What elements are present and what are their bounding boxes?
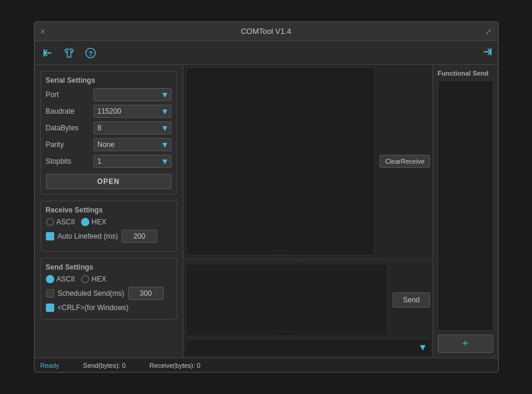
send-input-field[interactable] <box>188 343 416 352</box>
scheduled-send-checkbox[interactable] <box>46 289 54 298</box>
serial-settings-title: Serial Settings <box>46 76 172 85</box>
receive-bytes-label: Receive(bytes): <box>150 362 195 369</box>
send-hex-option[interactable]: HEX <box>81 275 107 283</box>
nav-right-icon <box>481 46 493 58</box>
receive-dots: ...... <box>272 246 289 252</box>
send-encoding-row: ASCII HEX <box>46 275 172 283</box>
parity-row: Parity None Even Odd ▼ <box>46 138 172 151</box>
scheduled-send-input[interactable] <box>128 287 164 300</box>
svg-text:?: ? <box>88 50 92 57</box>
input-bar: ▼ <box>186 339 430 355</box>
serial-settings-section: Serial Settings Port ▼ Baudrate 115200 <box>41 71 177 195</box>
send-textarea[interactable]: ...... <box>186 264 388 336</box>
port-select[interactable] <box>94 88 172 101</box>
receive-encoding-row: ASCII HEX <box>46 218 172 226</box>
receive-settings-section: Receive Settings ASCII HEX Auto Linefeed… <box>41 201 177 252</box>
receive-ascii-radio[interactable] <box>46 218 54 226</box>
receive-bytes-status: Receive(bytes): 0 <box>150 362 201 369</box>
port-row: Port ▼ <box>46 88 172 101</box>
shirt-icon <box>63 47 75 59</box>
help-icon: ? <box>85 47 97 59</box>
nav-right-button[interactable] <box>481 46 493 60</box>
send-ascii-radio[interactable] <box>46 275 54 283</box>
receive-settings-title: Receive Settings <box>46 206 172 214</box>
titlebar: × COMTool V1.4 ⤢ <box>35 22 498 41</box>
stopbits-select[interactable]: 1 2 <box>94 155 172 168</box>
auto-linefeed-input[interactable]: 200 <box>122 230 157 243</box>
databytes-select-wrapper[interactable]: 8 7 ▼ <box>94 121 172 135</box>
shirt-button[interactable] <box>61 45 77 61</box>
receive-bytes-value: 0 <box>197 362 200 369</box>
send-bytes-status: Send(bytes): 0 <box>83 362 126 369</box>
auto-linefeed-label: Auto Linefeed (ms) <box>58 232 118 240</box>
port-label: Port <box>46 90 94 99</box>
auto-linefeed-checkbox[interactable] <box>46 232 54 240</box>
add-functional-button[interactable]: + <box>438 334 493 353</box>
left-panel: Serial Settings Port ▼ Baudrate 115200 <box>35 65 183 358</box>
toolbar: ? <box>35 41 498 65</box>
receive-actions: ClearReceive <box>377 65 432 258</box>
status-ready: Ready <box>41 362 60 369</box>
crlf-label: <CRLF>(for Windows) <box>58 304 129 312</box>
nav-left-icon <box>42 47 54 59</box>
close-button[interactable]: × <box>41 27 45 36</box>
databytes-row: DataBytes 8 7 ▼ <box>46 121 172 135</box>
nav-left-button[interactable] <box>39 45 56 61</box>
baudrate-select[interactable]: 115200 9600 57600 <box>94 105 172 118</box>
expand-button[interactable]: ⤢ <box>485 27 492 36</box>
parity-select-wrapper[interactable]: None Even Odd ▼ <box>94 138 172 151</box>
receive-hex-radio[interactable] <box>81 218 89 226</box>
send-ascii-label: ASCII <box>57 275 75 283</box>
port-select-wrapper[interactable]: ▼ <box>94 88 172 101</box>
baudrate-label: Baudrate <box>46 107 94 115</box>
send-actions: Send <box>390 261 432 339</box>
send-settings-section: Send Settings ASCII HEX Scheduled Send(m… <box>41 258 177 320</box>
open-button[interactable]: OPEN <box>46 174 172 189</box>
right-panel: Functional Send + <box>433 65 498 358</box>
send-dots: ...... <box>278 327 295 333</box>
input-dropdown-arrow[interactable]: ▼ <box>418 342 428 353</box>
functional-title: Functional Send <box>438 70 493 77</box>
send-hex-label: HEX <box>92 275 107 283</box>
scheduled-send-label: Scheduled Send(ms) <box>58 289 125 298</box>
send-section: ...... Send <box>183 261 433 339</box>
main-area: Serial Settings Port ▼ Baudrate 115200 <box>35 65 498 358</box>
databytes-select[interactable]: 8 7 <box>94 121 172 135</box>
center-panel: ...... ClearReceive ...... ...... Send <box>183 65 433 358</box>
baudrate-select-wrapper[interactable]: 115200 9600 57600 ▼ <box>94 105 172 118</box>
help-button[interactable]: ? <box>82 45 99 61</box>
receive-section: ...... ClearReceive <box>183 65 433 258</box>
auto-linefeed-row: Auto Linefeed (ms) 200 <box>46 230 172 243</box>
app-window: × COMTool V1.4 ⤢ ? <box>34 21 499 373</box>
stopbits-row: Stopbits 1 2 ▼ <box>46 155 172 168</box>
crlf-checkbox[interactable] <box>46 304 54 312</box>
baudrate-row: Baudrate 115200 9600 57600 ▼ <box>46 105 172 118</box>
stopbits-select-wrapper[interactable]: 1 2 ▼ <box>94 155 172 168</box>
clear-receive-button[interactable]: ClearReceive <box>379 155 430 168</box>
databytes-label: DataBytes <box>46 124 94 132</box>
receive-ascii-option[interactable]: ASCII <box>46 218 75 226</box>
functional-content-area <box>438 80 493 331</box>
receive-hex-label: HEX <box>92 218 107 226</box>
send-bytes-label: Send(bytes): <box>83 362 120 369</box>
parity-select[interactable]: None Even Odd <box>94 138 172 151</box>
receive-hex-option[interactable]: HEX <box>81 218 107 226</box>
crlf-row: <CRLF>(for Windows) <box>46 304 172 312</box>
send-bytes-value: 0 <box>122 362 126 369</box>
stopbits-label: Stopbits <box>46 157 94 165</box>
statusbar: Ready Send(bytes): 0 Receive(bytes): 0 <box>35 358 498 372</box>
send-button[interactable]: Send <box>393 292 430 308</box>
parity-label: Parity <box>46 140 94 149</box>
send-ascii-option[interactable]: ASCII <box>46 275 75 283</box>
window-title: COMTool V1.4 <box>241 27 291 36</box>
send-settings-title: Send Settings <box>46 263 172 271</box>
send-hex-radio[interactable] <box>81 275 89 283</box>
scheduled-send-row: Scheduled Send(ms) <box>46 287 172 300</box>
receive-textarea[interactable]: ...... <box>186 67 375 255</box>
receive-ascii-label: ASCII <box>57 218 75 226</box>
